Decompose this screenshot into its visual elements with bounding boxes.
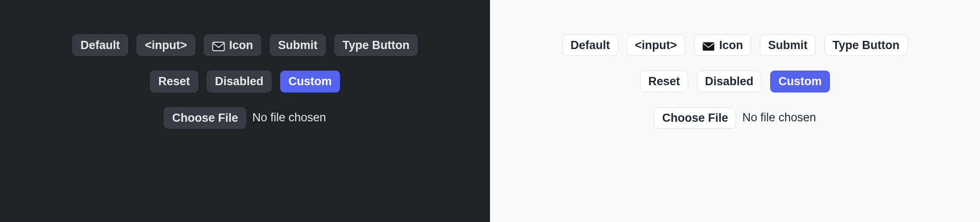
submit-button[interactable]: Submit: [760, 34, 816, 56]
svg-rect-1: [702, 42, 714, 51]
file-input-row: Choose File No file chosen: [164, 107, 326, 129]
icon-button-label: Icon: [719, 38, 743, 52]
type-button[interactable]: Type Button: [824, 34, 908, 56]
button-row-2: Reset Disabled Custom: [150, 71, 340, 92]
choose-file-button[interactable]: Choose File: [654, 107, 736, 129]
icon-button-label: Icon: [229, 38, 253, 52]
file-status-text: No file chosen: [252, 111, 326, 124]
disabled-button: Disabled: [697, 71, 762, 92]
file-status-text: No file chosen: [742, 111, 816, 124]
file-input-row: Choose File No file chosen: [654, 107, 816, 129]
panel-light: Default <input> Icon Submit Type Button …: [490, 0, 980, 222]
svg-rect-0: [212, 42, 224, 51]
submit-button[interactable]: Submit: [270, 34, 326, 56]
envelope-icon: [702, 40, 715, 50]
button-row-2: Reset Disabled Custom: [640, 71, 830, 92]
button-row-1: Default <input> Icon Submit Type Button: [562, 34, 908, 56]
reset-button[interactable]: Reset: [150, 71, 198, 92]
default-button[interactable]: Default: [72, 34, 128, 56]
custom-button[interactable]: Custom: [280, 71, 340, 92]
choose-file-button[interactable]: Choose File: [164, 107, 246, 129]
default-button[interactable]: Default: [562, 34, 618, 56]
custom-button[interactable]: Custom: [770, 71, 830, 92]
reset-button[interactable]: Reset: [640, 71, 688, 92]
icon-button[interactable]: Icon: [204, 34, 262, 56]
icon-button[interactable]: Icon: [694, 34, 752, 56]
button-row-1: Default <input> Icon Submit Type Button: [72, 34, 418, 56]
disabled-button: Disabled: [207, 71, 272, 92]
envelope-icon: [212, 40, 225, 50]
type-button[interactable]: Type Button: [334, 34, 418, 56]
input-button[interactable]: <input>: [627, 34, 685, 56]
input-button[interactable]: <input>: [137, 34, 195, 56]
panel-dark: Default <input> Icon Submit Type Button …: [0, 0, 490, 222]
